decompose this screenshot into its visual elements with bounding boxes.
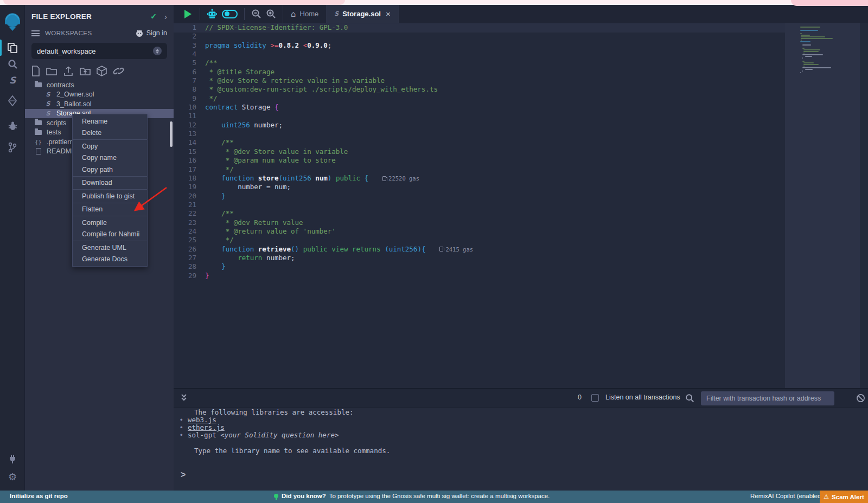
- menu-item-compile[interactable]: Compile: [73, 217, 147, 229]
- run-script-button[interactable]: [184, 10, 192, 18]
- zoom-out-icon[interactable]: [251, 9, 261, 19]
- code-editor[interactable]: 1// SPDX-License-Identifier: GPL-3.023pr…: [174, 23, 868, 388]
- menu-item-download[interactable]: Download: [73, 177, 147, 189]
- copilot-toggle[interactable]: [222, 10, 238, 18]
- terminal-output[interactable]: The following libraries are accessible:•…: [174, 408, 868, 491]
- transaction-filter-input[interactable]: [701, 391, 834, 405]
- ipfs-cube-icon[interactable]: [97, 66, 107, 76]
- menu-item-rename[interactable]: Rename: [73, 115, 147, 127]
- panel-title: FILE EXPLORER: [31, 12, 92, 21]
- minimap-line: [801, 38, 833, 39]
- terminal-header: 0 Listen on all transactions: [174, 388, 868, 408]
- sidebar-item-deploy-run[interactable]: [0, 92, 25, 110]
- menu-separator: [73, 216, 147, 216]
- sidebar-item-file-explorer[interactable]: [0, 38, 25, 57]
- did-you-know-tip: Did you know? To prototype using the Gno…: [274, 493, 550, 499]
- menu-separator: [73, 203, 147, 203]
- tree-item-3-ballot-sol[interactable]: S3_Ballot.sol: [25, 99, 174, 109]
- menu-item-publish-file-to-gist[interactable]: Publish file to gist: [73, 190, 147, 202]
- browser-top-strip: [0, 0, 868, 5]
- minimap-line: [803, 62, 814, 63]
- upload-folder-icon[interactable]: [80, 66, 91, 76]
- menu-item-copy-name[interactable]: Copy name: [73, 152, 147, 164]
- init-git-repo-button[interactable]: Initialize as git repo: [10, 493, 68, 499]
- browser-strip-segment: [3, 0, 345, 5]
- upload-file-icon[interactable]: [63, 66, 74, 76]
- minimap-line: [803, 51, 819, 52]
- scam-alert-button[interactable]: ⚠ Scam Alert: [820, 491, 868, 503]
- menu-item-compile-for-nahmii[interactable]: Compile for Nahmii: [73, 229, 147, 241]
- scam-alert-label: Scam Alert: [832, 494, 864, 500]
- terminal-link[interactable]: web3.js: [188, 416, 216, 424]
- terminal-link[interactable]: ethers.js: [188, 423, 225, 431]
- lightbulb-icon: [274, 494, 278, 498]
- copilot-status[interactable]: RemixAI Copilot (enabled): [750, 493, 823, 499]
- tree-item-contracts[interactable]: contracts: [25, 80, 174, 90]
- menu-item-copy[interactable]: Copy: [73, 140, 147, 152]
- tab-home[interactable]: ⌂ Home: [283, 5, 327, 23]
- terminal-prompt[interactable]: >: [181, 470, 186, 480]
- menu-item-generate-docs[interactable]: Generate Docs: [73, 254, 147, 266]
- minimap-line: [800, 27, 820, 28]
- code-line-26: 26 function retrieve() public view retur…: [174, 245, 473, 254]
- code-line-20: 20 }: [174, 192, 473, 201]
- terminal-line: Type the library name to see available c…: [174, 447, 868, 454]
- minimap-line: [803, 49, 821, 50]
- minimap-line: [802, 48, 804, 49]
- sidebar-item-debugger[interactable]: [0, 117, 25, 135]
- minimap-line: [800, 30, 818, 31]
- settings-icon[interactable]: ⚙: [0, 467, 25, 486]
- editor-scrollbar-track[interactable]: [785, 23, 860, 388]
- menu-item-generate-uml[interactable]: Generate UML: [73, 242, 147, 254]
- menu-item-flatten[interactable]: Flatten: [73, 204, 147, 216]
- remix-logo-icon[interactable]: [0, 11, 25, 33]
- listen-transactions-checkbox[interactable]: [591, 394, 599, 402]
- terminal-line: •web3.js: [174, 416, 868, 423]
- line-number: 13: [174, 130, 205, 138]
- menu-separator: [73, 189, 147, 190]
- line-number: 21: [174, 201, 205, 209]
- icon-rail: S: [0, 5, 25, 491]
- sidebar-item-solidity-compiler[interactable]: S: [0, 71, 25, 89]
- remixai-robot-icon[interactable]: [207, 9, 218, 20]
- code-line-28: 28 }: [174, 262, 473, 271]
- menu-item-delete[interactable]: Delete: [73, 127, 147, 139]
- minimap[interactable]: [800, 27, 859, 75]
- workspace-select[interactable]: default_workspace: [31, 43, 167, 59]
- hamburger-menu-icon[interactable]: [31, 30, 40, 36]
- minimap-line: [802, 44, 811, 46]
- code-line-17: 17 */: [174, 165, 473, 174]
- sidebar-item-search[interactable]: [0, 55, 25, 73]
- tip-text: To prototype using the Gnosis safe multi…: [329, 493, 550, 499]
- workspaces-label: WORKSPACES: [45, 30, 92, 36]
- link-icon[interactable]: [113, 66, 124, 76]
- tree-item-2-owner-sol[interactable]: S2_Owner.sol: [25, 90, 174, 100]
- line-number: 20: [174, 192, 205, 201]
- minimap-line: [802, 70, 803, 72]
- gas-estimate-badge: 22520 gas: [382, 174, 419, 183]
- code-line-10: 10contract Storage {: [174, 103, 473, 112]
- menu-item-copy-path[interactable]: Copy path: [73, 164, 147, 176]
- line-number: 5: [174, 59, 205, 67]
- chevron-right-icon[interactable]: ›: [164, 12, 167, 21]
- code-line-18: 18 function store(uint256 num) public {2…: [174, 174, 473, 183]
- tab-storage-sol[interactable]: S Storage.sol ×: [327, 5, 399, 23]
- clear-console-icon[interactable]: [856, 394, 865, 403]
- terminal-search-icon[interactable]: [685, 394, 694, 403]
- sign-in-button[interactable]: Sign in: [135, 29, 167, 37]
- panel-scrollbar-thumb[interactable]: [170, 121, 173, 147]
- sidebar-item-git[interactable]: [0, 138, 25, 157]
- create-file-icon[interactable]: [31, 66, 40, 76]
- collapse-terminal-icon[interactable]: [180, 394, 188, 402]
- zoom-in-icon[interactable]: [266, 9, 276, 19]
- file-actions-toolbar: [31, 65, 167, 78]
- create-folder-icon[interactable]: [46, 66, 57, 76]
- line-number: 25: [174, 236, 205, 244]
- code-line-13: 13: [174, 130, 473, 138]
- line-number: 17: [174, 165, 205, 174]
- close-tab-icon[interactable]: ×: [386, 9, 391, 18]
- minimap-line: [803, 64, 819, 65]
- sidebar-item-plugin-manager[interactable]: [0, 450, 25, 468]
- line-number: 11: [174, 112, 205, 120]
- code-line-9: 9 */: [174, 94, 473, 103]
